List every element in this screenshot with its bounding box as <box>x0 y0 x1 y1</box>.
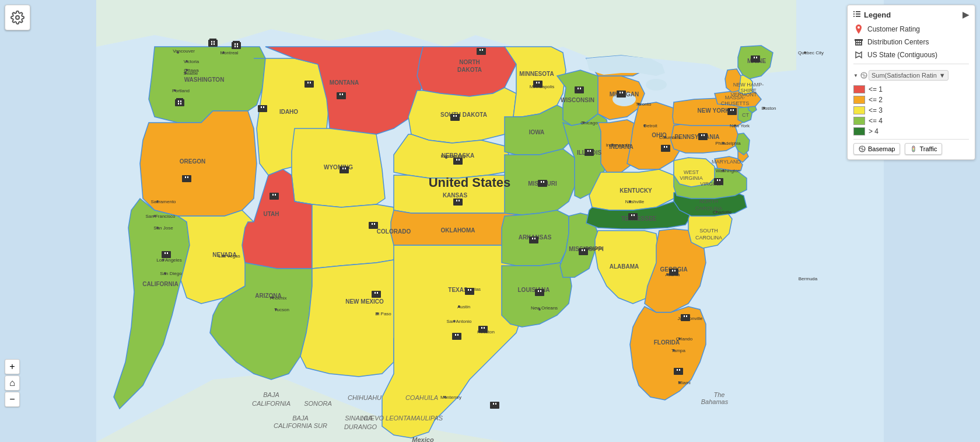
svg-point-26 <box>643 124 646 127</box>
zoom-out-button[interactable]: − <box>5 392 20 407</box>
zoom-home-button[interactable]: ⌂ <box>5 375 20 391</box>
svg-rect-171 <box>856 16 860 17</box>
legend-title: Legend <box>864 11 891 19</box>
svg-rect-86 <box>374 223 375 225</box>
legend-row-range-3: <= 3 <box>853 106 969 114</box>
legend-rating-dropdown-text: Sum(Satisfaction Ratin <box>872 72 937 79</box>
svg-rect-81 <box>270 193 279 200</box>
legend-divider <box>853 64 969 64</box>
basemap-button[interactable]: Basemap <box>853 143 900 155</box>
svg-rect-167 <box>856 11 860 12</box>
dist-center-or <box>175 98 184 106</box>
svg-rect-53 <box>235 43 236 45</box>
legend-range-1-label: <= 1 <box>869 85 883 93</box>
svg-rect-126 <box>529 236 538 243</box>
svg-rect-94 <box>453 115 454 117</box>
dist-center-oh <box>661 145 670 152</box>
legend-range-4-label: <= 4 <box>869 117 883 125</box>
svg-rect-46 <box>209 39 216 40</box>
traffic-button[interactable]: Traffic <box>905 143 942 155</box>
legend-rating-section[interactable]: ▼ Sum(Satisfaction Ratin ▼ <box>853 68 969 83</box>
svg-rect-147 <box>661 145 670 152</box>
svg-point-19 <box>458 305 460 308</box>
svg-rect-168 <box>853 13 855 15</box>
svg-rect-93 <box>450 114 460 121</box>
svg-rect-60 <box>180 100 181 102</box>
svg-rect-79 <box>342 168 344 169</box>
svg-rect-135 <box>628 213 638 220</box>
svg-rect-127 <box>532 238 533 239</box>
dist-center-nd <box>477 48 486 55</box>
tools-button[interactable] <box>5 5 30 30</box>
svg-rect-137 <box>634 214 635 216</box>
dist-center-nm <box>372 291 381 298</box>
svg-rect-149 <box>666 146 667 148</box>
legend-customer-rating-label: Customer Rating <box>867 25 920 33</box>
svg-point-5 <box>186 60 188 62</box>
svg-rect-131 <box>540 290 541 292</box>
legend-range-2-label: <= 2 <box>869 96 883 104</box>
svg-point-20 <box>453 320 456 322</box>
svg-rect-50 <box>214 43 215 45</box>
legend-expand-icon[interactable]: ▶ <box>963 10 969 19</box>
legend-swatch-1 <box>853 85 865 93</box>
dist-center-tx2 <box>478 326 488 333</box>
svg-rect-175 <box>856 41 858 42</box>
svg-rect-130 <box>538 290 539 292</box>
svg-rect-112 <box>536 82 537 83</box>
svg-rect-108 <box>452 333 461 340</box>
svg-rect-125 <box>543 181 544 183</box>
svg-rect-103 <box>468 289 469 291</box>
svg-point-15 <box>275 308 277 311</box>
legend-swatch-5 <box>853 127 865 135</box>
dist-center-tx <box>465 288 474 295</box>
dist-center-me <box>751 55 760 62</box>
svg-point-36 <box>734 124 736 127</box>
svg-rect-97 <box>456 159 457 161</box>
zoom-in-button[interactable]: + <box>5 359 20 374</box>
svg-rect-170 <box>853 16 855 17</box>
dist-center-tx3 <box>452 333 461 340</box>
dist-center-tx-s <box>490 402 499 409</box>
svg-rect-65 <box>187 176 188 178</box>
svg-rect-83 <box>275 194 276 196</box>
legend-row-customer-rating: Customer Rating <box>853 24 969 34</box>
svg-rect-146 <box>679 369 680 371</box>
svg-rect-56 <box>237 46 238 47</box>
dist-center-sd <box>450 114 460 121</box>
svg-rect-45 <box>208 40 218 47</box>
legend-panel: Legend ▶ Customer Rating <box>847 5 975 160</box>
svg-point-40 <box>222 51 225 54</box>
legend-rating-dropdown[interactable]: Sum(Satisfaction Ratin ▼ <box>869 70 949 81</box>
dist-center-ga <box>669 269 678 276</box>
svg-rect-150 <box>698 133 708 140</box>
svg-point-39 <box>588 247 590 249</box>
legend-swatch-4 <box>853 117 865 125</box>
svg-rect-69 <box>258 105 267 112</box>
svg-rect-51 <box>232 42 241 49</box>
dist-center-mo <box>538 180 547 187</box>
dist-center-mi <box>617 91 626 98</box>
svg-rect-114 <box>575 86 584 93</box>
svg-rect-124 <box>541 181 542 183</box>
svg-rect-88 <box>374 292 376 294</box>
svg-rect-70 <box>261 106 262 108</box>
svg-point-24 <box>582 121 584 124</box>
svg-rect-104 <box>470 289 471 291</box>
svg-rect-176 <box>858 41 859 42</box>
svg-rect-143 <box>686 315 687 317</box>
map-container: United States WASHINGTON OREGON CALIFORN… <box>0 0 980 442</box>
svg-rect-158 <box>733 109 734 111</box>
svg-rect-139 <box>672 270 673 272</box>
svg-rect-119 <box>590 150 591 152</box>
svg-rect-115 <box>578 88 579 89</box>
dist-center-fl <box>681 314 690 321</box>
svg-rect-99 <box>453 199 463 206</box>
svg-rect-145 <box>677 369 678 371</box>
svg-point-12 <box>164 272 166 274</box>
svg-point-172 <box>858 26 860 29</box>
dist-center-va <box>714 178 723 185</box>
svg-point-187 <box>913 148 914 149</box>
legend-range-3-label: <= 3 <box>869 106 883 114</box>
svg-rect-57 <box>175 99 184 106</box>
